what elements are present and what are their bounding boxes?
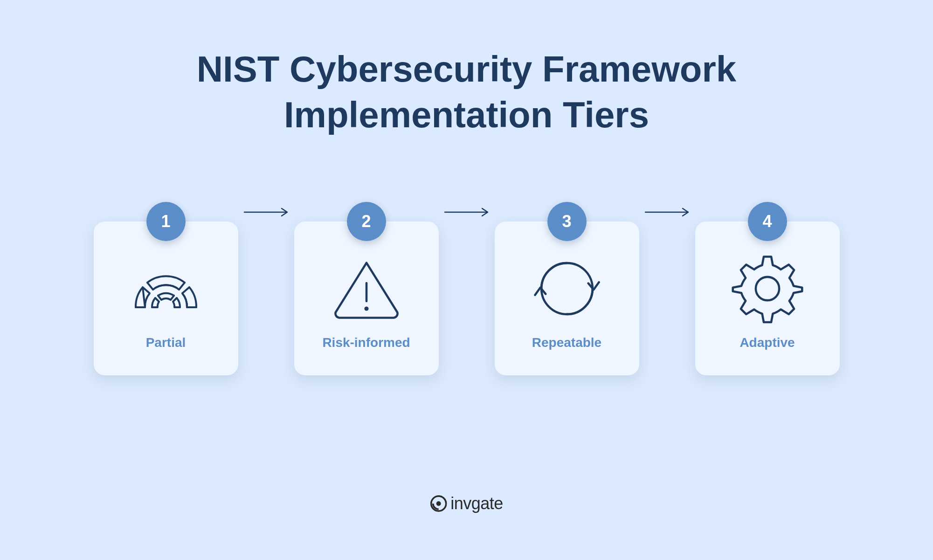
warning-triangle-icon <box>329 256 404 321</box>
cycle-arrows-icon <box>530 256 604 321</box>
tier-label: Partial <box>146 335 186 350</box>
svg-point-5 <box>755 277 779 300</box>
tier-number-badge: 2 <box>347 202 386 241</box>
tier-card-risk-informed: 2 Risk-informed <box>294 221 439 375</box>
tier-card-partial: 1 <box>94 221 238 375</box>
tier-label: Adaptive <box>739 335 795 350</box>
tiers-row: 1 <box>94 221 840 375</box>
page-title: NIST Cybersecurity Framework Implementat… <box>197 47 736 138</box>
brand-name: invgate <box>450 494 503 513</box>
arrow-icon <box>439 207 495 218</box>
tier-number-badge: 1 <box>146 202 186 241</box>
title-line-1: NIST Cybersecurity Framework <box>197 48 736 90</box>
gauge-icon <box>129 256 203 321</box>
arrow-icon <box>238 207 294 218</box>
tier-number-badge: 3 <box>547 202 587 241</box>
gear-icon <box>730 256 805 321</box>
invgate-logo-icon <box>430 495 447 512</box>
tier-card-adaptive: 4 Adaptive <box>695 221 840 375</box>
brand-logo: invgate <box>430 494 503 513</box>
tier-card-repeatable: 3 Repeatable <box>495 221 639 375</box>
tier-number-badge: 4 <box>748 202 787 241</box>
arrow-icon <box>639 207 695 218</box>
svg-point-2 <box>365 308 367 310</box>
title-line-2: Implementation Tiers <box>284 94 649 135</box>
tier-label: Repeatable <box>532 335 601 350</box>
svg-point-7 <box>436 501 441 506</box>
tier-label: Risk-informed <box>322 335 410 350</box>
